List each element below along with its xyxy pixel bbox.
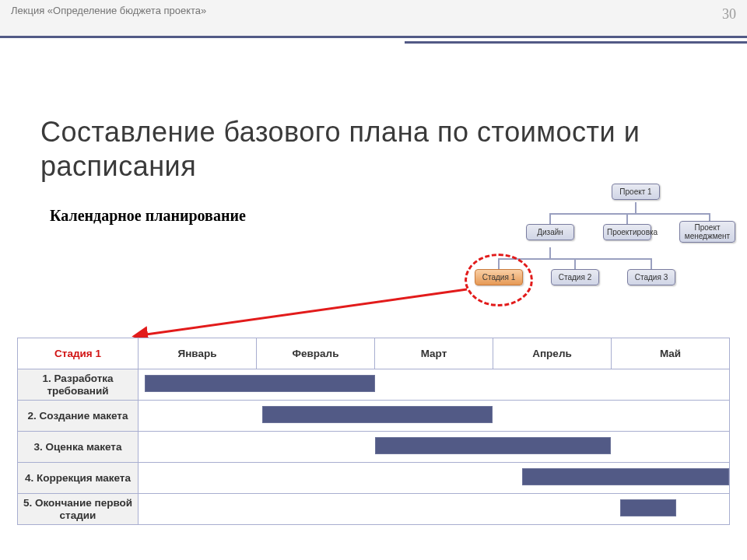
gantt-bar-task5: [620, 499, 676, 516]
divider-accent: [405, 41, 747, 44]
gantt-bar-cell: [139, 494, 730, 525]
gantt-month: Май: [612, 338, 730, 369]
org-connector: [635, 202, 637, 213]
gantt-month: Январь: [139, 338, 257, 369]
gantt-row-label: 3. Оценка макета: [18, 432, 139, 463]
gantt-bar-cell: [139, 401, 730, 432]
org-node-root: Проект 1: [612, 184, 660, 200]
org-connector: [549, 247, 551, 258]
slide-title: Составление базового плана по стоимости …: [40, 115, 679, 184]
org-node-stage2: Стадия 2: [551, 269, 599, 285]
gantt-row-label: 5. Окончание первой стадии: [18, 494, 139, 525]
slide-number: 30: [722, 6, 736, 23]
gantt-month: Апрель: [493, 338, 612, 369]
gantt-row-label: 2. Создание макета: [18, 401, 139, 432]
org-connector: [574, 258, 576, 269]
gantt-header-row: Стадия 1 Январь Февраль Март Апрель Май: [18, 338, 730, 369]
gantt-bar-task4: [522, 468, 729, 485]
org-connector: [549, 213, 710, 215]
table-row: 4. Коррекция макета: [18, 463, 730, 494]
table-row: 2. Создание макета: [18, 401, 730, 432]
gantt-bar-task1: [145, 375, 375, 392]
gantt-row-label: 4. Коррекция макета: [18, 463, 139, 494]
highlight-circle: [465, 254, 533, 306]
gantt-bar-task3: [375, 437, 612, 454]
org-connector: [626, 213, 628, 224]
org-node-projecting: Проектировка: [603, 224, 651, 240]
table-row: 5. Окончание первой стадии: [18, 494, 730, 525]
org-node-stage3: Стадия 3: [627, 269, 675, 285]
org-node-design: Дизайн: [526, 224, 574, 240]
org-connector: [549, 213, 551, 224]
gantt-bar-cell: [139, 369, 730, 401]
gantt-bar-cell: [139, 463, 730, 494]
org-node-pm: Проект менеджмент: [679, 221, 735, 243]
breadcrumb: Лекция «Определение бюджета проекта»: [11, 5, 206, 16]
table-row: 1. Разработка требований: [18, 369, 730, 401]
gantt-table: Стадия 1 Январь Февраль Март Апрель Май …: [17, 338, 730, 525]
slide-subtitle: Календарное планирование: [50, 207, 246, 225]
gantt-month: Февраль: [257, 338, 375, 369]
gantt-row-label: 1. Разработка требований: [18, 369, 139, 401]
org-connector: [651, 258, 652, 269]
gantt-month: Март: [375, 338, 493, 369]
gantt-bar-task2: [262, 406, 493, 423]
gantt-stage-header: Стадия 1: [18, 338, 139, 369]
gantt-bar-cell: [139, 432, 730, 463]
table-row: 3. Оценка макета: [18, 432, 730, 463]
header-band: Лекция «Определение бюджета проекта» 30: [0, 0, 747, 36]
divider-top: [0, 36, 747, 38]
svg-line-0: [146, 289, 467, 334]
